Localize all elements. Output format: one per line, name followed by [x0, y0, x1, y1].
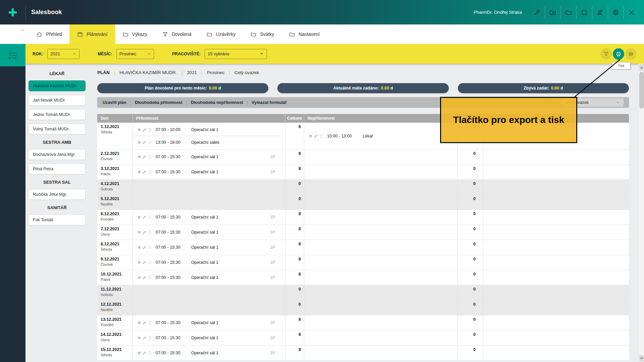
- entry-place: Operační sál 1: [191, 351, 218, 355]
- edit-entry-button[interactable]: [143, 321, 147, 325]
- year-value: 2021: [50, 51, 60, 56]
- back-arrow-icon[interactable]: →: [19, 26, 24, 32]
- sidebar-item-jan-novak-mudr-[interactable]: Jan Novák MUDr.: [29, 95, 86, 106]
- edit-entry-button[interactable]: [143, 155, 147, 159]
- entry-time: 07:00 - 15:30: [156, 275, 189, 280]
- sidebar-item-fuk-tomas[interactable]: Fuk Tomáš: [29, 215, 86, 225]
- square-button[interactable]: [577, 0, 592, 24]
- copy-entry-button[interactable]: [148, 215, 152, 219]
- absence-cell: [304, 300, 457, 315]
- copy-entry-button[interactable]: [319, 134, 323, 138]
- print-button[interactable]: [613, 48, 624, 60]
- edit-entry-button[interactable]: [143, 170, 147, 174]
- edit-entry-button[interactable]: [143, 351, 147, 355]
- edit-entry-button[interactable]: [143, 230, 147, 234]
- edit-entry-button[interactable]: [314, 134, 318, 138]
- key-button[interactable]: [529, 0, 545, 24]
- absence-total-cell: 0: [457, 285, 483, 300]
- delete-entry-button[interactable]: [137, 321, 141, 325]
- action-dlouhodoba-nepritomnost[interactable]: Dlouhodobá nepřítomnost: [191, 100, 243, 105]
- entry-time: 13:00 - 16:00: [156, 140, 189, 145]
- pill-value: 0.00: [551, 86, 559, 90]
- doc-icon: [148, 351, 152, 355]
- calendar-icon: [77, 31, 83, 38]
- copy-entry-button[interactable]: [148, 336, 152, 340]
- delete-entry-button[interactable]: [137, 245, 141, 249]
- filter-button[interactable]: [600, 48, 612, 60]
- workplace-select[interactable]: 15 vybráno: [205, 49, 267, 59]
- absence-cell: [304, 285, 457, 300]
- sidebar-item-pilna-petra[interactable]: Pilná Petra: [29, 164, 86, 174]
- vertical-scrollbar[interactable]: [639, 64, 644, 362]
- sidebar-item-hlavicka-kazimir-mudr-[interactable]: Hlavička Kazimír MUDr.: [29, 80, 86, 91]
- action-uzavrit-plan[interactable]: Uzavřít plán: [103, 100, 126, 105]
- month-select[interactable]: Prosinec: [116, 49, 154, 59]
- delete-entry-button[interactable]: [137, 336, 141, 340]
- edit-entry-button[interactable]: [143, 245, 147, 249]
- presence-cell: 07:00 - 15:30Operační sál 11P: [132, 240, 285, 255]
- copy-entry-button[interactable]: [148, 170, 152, 174]
- close-button[interactable]: [624, 0, 639, 24]
- filler-cell: [483, 180, 629, 194]
- absence-cell: [304, 210, 457, 225]
- copy-entry-button[interactable]: [148, 230, 152, 234]
- tab-svatky[interactable]: Svátky: [243, 24, 281, 44]
- edit-entry-button[interactable]: [143, 215, 147, 219]
- delete-entry-button[interactable]: [137, 351, 141, 355]
- action-vymazat-formular[interactable]: Vymazat formulář: [252, 100, 286, 105]
- delete-entry-button[interactable]: [309, 134, 313, 138]
- sidebar-item-jedno-tomas-mudr-[interactable]: Jedno Tomáš MUDr.: [29, 109, 86, 120]
- copy-entry-button[interactable]: [148, 260, 152, 264]
- delete-entry-button[interactable]: [137, 140, 141, 144]
- tab-nastaveni[interactable]: Nastavení: [281, 24, 327, 44]
- row-date: 9.12.2021: [101, 257, 132, 261]
- tab-vykazy[interactable]: Výkazy: [115, 24, 155, 44]
- edit-entry-button[interactable]: [143, 260, 147, 264]
- delete-entry-button[interactable]: [137, 276, 141, 280]
- sidebar-item-volny-tomas-mudr-[interactable]: Volný Tomáš MUDr.: [29, 124, 86, 134]
- filler-cell: [483, 225, 629, 240]
- entry-tag: 1P: [270, 320, 275, 325]
- menu-button[interactable]: [625, 48, 637, 60]
- action-dlouhodoba-pritomnost[interactable]: Dlouhodobá přítomnost: [135, 100, 182, 105]
- filter-bar: ROK: 2021 MĚSÍC: Prosinec PRACOVIŠTĚ: 15…: [25, 44, 644, 64]
- copy-entry-button[interactable]: [148, 245, 152, 249]
- tab-uzaverky[interactable]: Uzávěrky: [199, 24, 243, 44]
- copy-entry-button[interactable]: [148, 276, 152, 280]
- edit-entry-button[interactable]: [143, 276, 147, 280]
- delete-entry-button[interactable]: [137, 260, 141, 264]
- copy-entry-button[interactable]: [148, 351, 152, 355]
- schedule-entry: 07:00 - 15:30Operační sál 11P: [133, 272, 285, 284]
- app-logo: [0, 0, 25, 24]
- folder-button[interactable]: [561, 0, 576, 24]
- delete-entry-button[interactable]: [137, 155, 141, 159]
- folder-n-button[interactable]: N: [545, 0, 560, 24]
- sidebar-item-rucicka-jirka-mgr-[interactable]: Ručička Jirka Mgr.: [29, 189, 86, 200]
- copy-entry-button[interactable]: [148, 155, 152, 159]
- users-button[interactable]: [592, 0, 608, 24]
- sidebar-checklist-button[interactable]: [0, 44, 25, 66]
- delete-entry-button[interactable]: [137, 170, 141, 174]
- table-row: 15.12.2021Středa07:00 - 15:30Operační sá…: [97, 346, 629, 361]
- tab-planovani[interactable]: Plánování: [69, 24, 115, 44]
- copy-entry-button[interactable]: [148, 128, 152, 132]
- row-weekday: Úterý: [101, 338, 132, 342]
- entry-time: 07:00 - 15:30: [156, 215, 189, 220]
- tab-dovolena[interactable]: Dovolená: [155, 24, 199, 44]
- scroll-up-button[interactable]: [639, 64, 644, 71]
- scroll-down-button[interactable]: [639, 355, 644, 362]
- edit-entry-button[interactable]: [143, 128, 147, 132]
- year-select[interactable]: 2021: [47, 49, 79, 59]
- copy-entry-button[interactable]: [148, 140, 152, 144]
- sidebar-item-dochazkova-jana-mgr-[interactable]: Docházková Jana Mgr.: [29, 149, 86, 160]
- delete-entry-button[interactable]: [137, 215, 141, 219]
- edit-entry-button[interactable]: [143, 140, 147, 144]
- copy-entry-button[interactable]: [148, 321, 152, 325]
- delete-entry-button[interactable]: [137, 128, 141, 132]
- scrollbar-thumb[interactable]: [639, 72, 644, 109]
- tab-prehled[interactable]: Přehled: [29, 24, 69, 44]
- gear-button[interactable]: [608, 0, 624, 24]
- delete-entry-button[interactable]: [137, 230, 141, 234]
- x-icon: [137, 128, 141, 132]
- edit-entry-button[interactable]: [143, 336, 147, 340]
